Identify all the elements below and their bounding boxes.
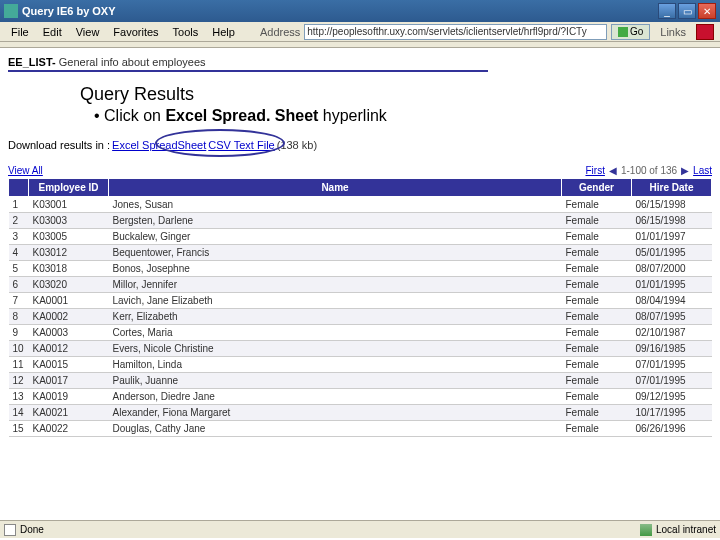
table-row[interactable]: 12KA0017Paulik, JuanneFemale07/01/1995 [9,373,712,389]
cell-empid: KA0012 [29,341,109,357]
cell-hire: 06/15/1998 [632,213,712,229]
go-button[interactable]: Go [611,24,650,40]
cell-empid: KA0019 [29,389,109,405]
cell-empid: K03018 [29,261,109,277]
cell-name: Lavich, Jane Elizabeth [109,293,562,309]
cell-hire: 09/16/1985 [632,341,712,357]
cell-empid: KA0003 [29,325,109,341]
menu-edit[interactable]: Edit [36,24,69,40]
cell-rownum: 10 [9,341,29,357]
view-all-link[interactable]: View All [8,165,43,176]
prev-arrow-icon[interactable]: ◀ [609,165,617,176]
annotation-bullet: Click on Excel Spread. Sheet hyperlink [80,107,650,125]
page-title-prefix: EE_LIST- [8,56,59,68]
header-hire[interactable]: Hire Date [632,179,712,197]
cell-name: Alexander, Fiona Margaret [109,405,562,421]
menu-tools[interactable]: Tools [166,24,206,40]
annotation-title: Query Results [80,84,650,105]
cell-name: Hamilton, Linda [109,357,562,373]
cell-empid: K03003 [29,213,109,229]
cell-hire: 10/17/1995 [632,405,712,421]
cell-name: Bonos, Josephne [109,261,562,277]
cell-hire: 08/04/1994 [632,293,712,309]
address-input[interactable] [304,24,607,40]
page-header: EE_LIST- General info about employees [0,48,720,76]
cell-gender: Female [562,197,632,213]
status-left: Done [4,524,44,536]
header-empid[interactable]: Employee ID [29,179,109,197]
page-title: General info about employees [59,56,206,68]
cell-rownum: 11 [9,357,29,373]
table-row[interactable]: 4K03012Bequentower, FrancisFemale05/01/1… [9,245,712,261]
excel-link[interactable]: Excel SpreadSheet [112,139,206,151]
cell-hire: 06/26/1996 [632,421,712,437]
cell-gender: Female [562,293,632,309]
minimize-button[interactable]: _ [658,3,676,19]
last-link[interactable]: Last [693,165,712,176]
window-titlebar: Query IE6 by OXY _ ▭ ✕ [0,0,720,22]
cell-name: Douglas, Cathy Jane [109,421,562,437]
cell-rownum: 8 [9,309,29,325]
go-label: Go [630,26,643,37]
cell-rownum: 14 [9,405,29,421]
table-row[interactable]: 1K03001Jones, SusanFemale06/15/1998 [9,197,712,213]
first-link[interactable]: First [585,165,604,176]
table-row[interactable]: 10KA0012Evers, Nicole ChristineFemale09/… [9,341,712,357]
cell-hire: 07/01/1995 [632,373,712,389]
table-row[interactable]: 14KA0021Alexander, Fiona MargaretFemale1… [9,405,712,421]
table-row[interactable]: 7KA0001Lavich, Jane ElizabethFemale08/04… [9,293,712,309]
cell-empid: K03020 [29,277,109,293]
cell-rownum: 13 [9,389,29,405]
table-row[interactable]: 8KA0002Kerr, ElizabethFemale08/07/1995 [9,309,712,325]
maximize-button[interactable]: ▭ [678,3,696,19]
download-prefix: Download results in : [8,139,110,151]
pagination-row: View All First ◀ 1-100 of 136 ▶ Last [0,153,720,178]
cell-name: Anderson, Diedre Jane [109,389,562,405]
links-label[interactable]: Links [654,26,692,38]
annotation-text-pre: Click on [104,107,165,124]
cell-rownum: 1 [9,197,29,213]
status-zone: Local intranet [656,524,716,535]
download-size: (138 kb) [277,139,317,151]
annotation-overlay: Query Results Click on Excel Spread. She… [70,82,660,131]
csv-link[interactable]: CSV Text File [208,139,274,151]
cell-hire: 05/01/1995 [632,245,712,261]
cell-gender: Female [562,213,632,229]
cell-empid: K03001 [29,197,109,213]
table-row[interactable]: 6K03020Millor, JenniferFemale01/01/1995 [9,277,712,293]
cell-rownum: 5 [9,261,29,277]
table-row[interactable]: 3K03005Buckalew, GingerFemale01/01/1997 [9,229,712,245]
status-done: Done [20,524,44,535]
menu-file[interactable]: File [4,24,36,40]
cell-empid: KA0002 [29,309,109,325]
cell-rownum: 12 [9,373,29,389]
table-header-row: Employee ID Name Gender Hire Date [9,179,712,197]
table-row[interactable]: 13KA0019Anderson, Diedre JaneFemale09/12… [9,389,712,405]
menu-view[interactable]: View [69,24,107,40]
next-arrow-icon[interactable]: ▶ [681,165,689,176]
cell-hire: 06/15/1998 [632,197,712,213]
close-button[interactable]: ✕ [698,3,716,19]
table-row[interactable]: 5K03018Bonos, JosephneFemale08/07/2000 [9,261,712,277]
menu-favorites[interactable]: Favorites [106,24,165,40]
header-gender[interactable]: Gender [562,179,632,197]
table-row[interactable]: 11KA0015Hamilton, LindaFemale07/01/1995 [9,357,712,373]
cell-hire: 08/07/1995 [632,309,712,325]
cell-empid: K03005 [29,229,109,245]
zone-icon [640,524,652,536]
table-row[interactable]: 9KA0003Cortes, MariaFemale02/10/1987 [9,325,712,341]
table-row[interactable]: 15KA0022Douglas, Cathy JaneFemale06/26/1… [9,421,712,437]
cell-empid: KA0001 [29,293,109,309]
cell-gender: Female [562,421,632,437]
cell-hire: 01/01/1995 [632,277,712,293]
cell-rownum: 9 [9,325,29,341]
header-name[interactable]: Name [109,179,562,197]
cell-gender: Female [562,389,632,405]
menu-help[interactable]: Help [205,24,242,40]
annotation-text-bold: Excel Spread. Sheet [165,107,318,124]
cell-name: Bergsten, Darlene [109,213,562,229]
go-arrow-icon [618,27,628,37]
table-row[interactable]: 2K03003Bergsten, DarleneFemale06/15/1998 [9,213,712,229]
pagination-nav: First ◀ 1-100 of 136 ▶ Last [585,165,712,176]
cell-name: Evers, Nicole Christine [109,341,562,357]
